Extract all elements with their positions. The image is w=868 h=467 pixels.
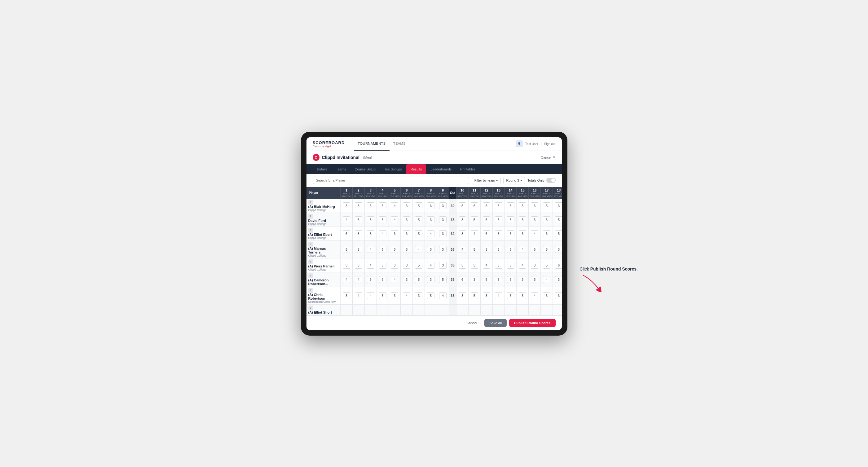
score-input-hole-7[interactable] (415, 292, 423, 299)
score-input-hole-13[interactable] (495, 216, 502, 223)
score-input-hole-5[interactable] (391, 276, 398, 283)
score-input-hole-14[interactable] (507, 292, 515, 299)
round-select[interactable]: Round 3 ▾ (503, 177, 525, 184)
score-input-hole-10[interactable] (459, 230, 466, 237)
score-input-hole-18[interactable] (555, 262, 561, 269)
tab-results[interactable]: Results (406, 164, 426, 174)
score-input-hole-16[interactable] (531, 203, 538, 209)
tab-printables[interactable]: Printables (456, 164, 480, 174)
score-input-hole-14[interactable] (507, 246, 515, 253)
score-input-hole-8[interactable] (427, 203, 434, 209)
score-input-hole-12[interactable] (483, 292, 490, 299)
score-input-hole-10[interactable] (459, 262, 466, 269)
hole-8-score[interactable] (425, 304, 437, 315)
hole-10-score[interactable] (457, 272, 469, 287)
score-input-hole-11[interactable] (471, 230, 478, 237)
hole-12-score[interactable] (480, 304, 492, 315)
hole-16-score[interactable] (529, 258, 541, 272)
score-input-hole-4[interactable] (379, 203, 386, 209)
score-input-hole-16[interactable] (531, 216, 538, 223)
score-input-hole-9[interactable] (439, 292, 446, 299)
hole-3-score[interactable] (365, 199, 376, 213)
hole-4-score[interactable] (376, 199, 389, 213)
totals-toggle-switch[interactable] (546, 178, 556, 183)
hole-1-score[interactable] (341, 304, 353, 315)
score-input-hole-2[interactable] (355, 216, 362, 223)
score-input-hole-8[interactable] (427, 262, 434, 269)
score-input-hole-18[interactable] (555, 246, 561, 253)
hole-2-score[interactable] (352, 258, 365, 272)
hole-15-score[interactable] (517, 304, 529, 315)
score-input-hole-11[interactable] (471, 276, 478, 283)
hole-5-score[interactable] (389, 304, 401, 315)
score-input-hole-7[interactable] (415, 203, 423, 209)
hole-9-score[interactable] (437, 241, 449, 258)
hole-12-score[interactable] (480, 213, 492, 226)
hole-16-score[interactable] (529, 226, 541, 241)
search-input[interactable] (313, 177, 469, 184)
score-input-hole-16[interactable] (531, 292, 538, 299)
score-input-hole-10[interactable] (459, 276, 466, 283)
score-input-hole-16[interactable] (531, 276, 538, 283)
hole-2-score[interactable] (352, 272, 365, 287)
hole-5-score[interactable] (389, 213, 401, 226)
hole-15-score[interactable] (517, 287, 529, 304)
hole-14-score[interactable] (504, 241, 517, 258)
hole-2-score[interactable] (352, 199, 365, 213)
score-input-hole-11[interactable] (471, 292, 478, 299)
hole-7-score[interactable] (413, 199, 425, 213)
cancel-button[interactable]: Cancel (461, 319, 482, 327)
score-input-hole-15[interactable] (519, 230, 526, 237)
hole-4-score[interactable] (376, 287, 389, 304)
hole-6-score[interactable] (401, 304, 413, 315)
hole-5-score[interactable] (389, 241, 401, 258)
sign-out-link[interactable]: Sign out (544, 142, 556, 146)
score-input-hole-16[interactable] (531, 246, 538, 253)
hole-1-score[interactable] (341, 241, 353, 258)
score-input-hole-4[interactable] (379, 246, 386, 253)
hole-3-score[interactable] (365, 241, 376, 258)
hole-12-score[interactable] (480, 226, 492, 241)
hole-8-score[interactable] (425, 287, 437, 304)
score-input-hole-8[interactable] (427, 216, 434, 223)
score-input-hole-11[interactable] (471, 246, 478, 253)
hole-5-score[interactable] (389, 226, 401, 241)
score-input-hole-16[interactable] (531, 262, 538, 269)
score-input-hole-8[interactable] (427, 292, 434, 299)
hole-6-score[interactable] (401, 258, 413, 272)
score-input-hole-5[interactable] (391, 216, 398, 223)
hole-5-score[interactable] (389, 258, 401, 272)
hole-14-score[interactable] (504, 272, 517, 287)
score-input-hole-1[interactable] (343, 246, 350, 253)
hole-3-score[interactable] (365, 272, 376, 287)
hole-3-score[interactable] (365, 213, 376, 226)
score-input-hole-3[interactable] (367, 292, 374, 299)
hole-7-score[interactable] (413, 241, 425, 258)
score-input-hole-1[interactable] (343, 276, 350, 283)
cancel-tournament-button[interactable]: Cancel ✕ (541, 155, 555, 159)
hole-13-score[interactable] (492, 258, 504, 272)
hole-18-score[interactable] (553, 258, 562, 272)
score-input-hole-12[interactable] (483, 203, 490, 209)
hole-1-score[interactable] (341, 199, 353, 213)
hole-17-score[interactable] (541, 199, 553, 213)
hole-11-score[interactable] (468, 213, 480, 226)
save-all-button[interactable]: Save All (484, 319, 507, 327)
hole-13-score[interactable] (492, 213, 504, 226)
score-input-hole-17[interactable] (543, 276, 550, 283)
score-input-hole-12[interactable] (483, 262, 490, 269)
hole-12-score[interactable] (480, 272, 492, 287)
score-input-hole-7[interactable] (415, 276, 423, 283)
hole-1-score[interactable] (341, 258, 353, 272)
score-input-hole-15[interactable] (519, 203, 526, 209)
score-input-hole-14[interactable] (507, 276, 515, 283)
score-input-hole-7[interactable] (415, 216, 423, 223)
score-input-hole-18[interactable] (555, 203, 561, 209)
hole-2-score[interactable] (352, 241, 365, 258)
hole-5-score[interactable] (389, 199, 401, 213)
tab-leaderboards[interactable]: Leaderboards (426, 164, 456, 174)
hole-9-score[interactable] (437, 226, 449, 241)
score-input-hole-2[interactable] (355, 276, 362, 283)
hole-16-score[interactable] (529, 287, 541, 304)
score-input-hole-9[interactable] (439, 246, 446, 253)
